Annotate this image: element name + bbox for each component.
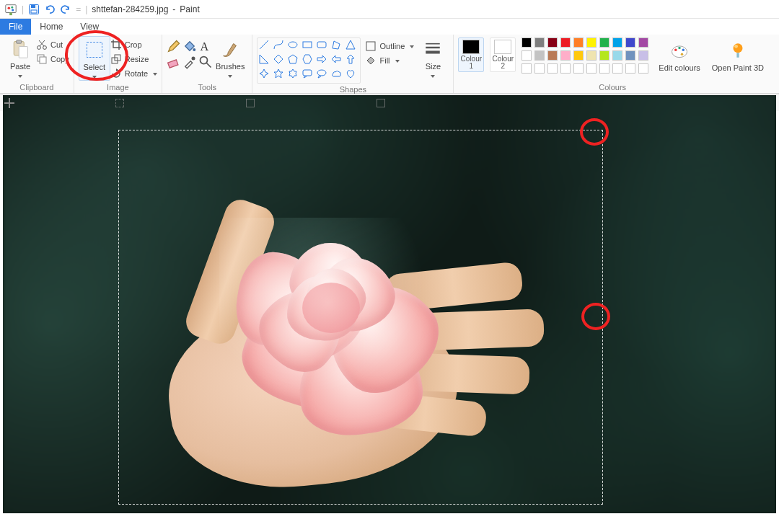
palette-swatch[interactable] bbox=[534, 37, 545, 48]
palette-swatch[interactable] bbox=[560, 63, 571, 74]
tool-bucket[interactable] bbox=[182, 39, 197, 53]
palette-swatch[interactable] bbox=[547, 50, 558, 61]
palette-swatch[interactable] bbox=[573, 50, 584, 61]
select-button[interactable]: Select bbox=[79, 36, 110, 81]
shape-callout-rrect[interactable] bbox=[302, 68, 312, 79]
brushes-button[interactable]: Brushes bbox=[213, 36, 247, 79]
shape-triangle[interactable] bbox=[346, 40, 356, 50]
tab-home[interactable]: Home bbox=[31, 19, 71, 35]
shape-star5[interactable] bbox=[273, 68, 283, 79]
palette-swatch[interactable] bbox=[586, 37, 597, 48]
selection-marquee[interactable] bbox=[118, 130, 603, 505]
palette-swatch[interactable] bbox=[534, 63, 545, 74]
shape-star6[interactable] bbox=[288, 68, 298, 79]
resize-button[interactable]: Resize bbox=[110, 52, 157, 66]
palette-swatch[interactable] bbox=[521, 63, 532, 74]
palette-swatch[interactable] bbox=[521, 37, 532, 48]
svg-rect-6 bbox=[31, 5, 35, 8]
palette-swatch[interactable] bbox=[638, 63, 648, 74]
shape-star4[interactable] bbox=[259, 68, 269, 79]
cut-button[interactable]: Cut bbox=[36, 37, 69, 52]
shape-roundrect[interactable] bbox=[317, 40, 327, 50]
palette-swatch[interactable] bbox=[638, 50, 648, 61]
shape-arrowl[interactable] bbox=[331, 54, 341, 64]
canvas[interactable] bbox=[3, 95, 776, 513]
palette-swatch[interactable] bbox=[612, 63, 622, 74]
copy-button[interactable]: Copy bbox=[36, 52, 69, 66]
palette-swatch[interactable] bbox=[560, 37, 571, 48]
svg-point-11 bbox=[38, 46, 41, 50]
brushes-icon bbox=[219, 37, 242, 61]
shape-rtriangle[interactable] bbox=[259, 54, 269, 64]
group-image: Select Crop Resize Rotate bbox=[74, 35, 162, 93]
shape-arrowu[interactable] bbox=[346, 54, 356, 64]
shape-fill-button[interactable]: Fill bbox=[365, 53, 414, 68]
shape-diamond[interactable] bbox=[273, 54, 283, 64]
redo-icon[interactable] bbox=[60, 4, 71, 15]
palette-swatch[interactable] bbox=[625, 50, 635, 61]
paint-window: | = | shttefan-284259.jpg - Paint File H… bbox=[0, 0, 779, 532]
svg-rect-14 bbox=[40, 57, 46, 63]
shape-oval[interactable] bbox=[288, 40, 298, 50]
paste-button[interactable]: Paste bbox=[4, 36, 36, 79]
group-colours: Colour 1 Colour 2 Edit colours Open Pain… bbox=[454, 35, 771, 93]
svg-point-21 bbox=[192, 57, 195, 61]
palette-swatch[interactable] bbox=[560, 50, 571, 61]
canvas-size-icon bbox=[246, 99, 255, 107]
colour-palette[interactable] bbox=[521, 37, 650, 75]
cut-icon bbox=[36, 39, 48, 50]
window-appname: Paint bbox=[180, 4, 199, 14]
palette-swatch[interactable] bbox=[547, 63, 558, 74]
palette-swatch[interactable] bbox=[599, 37, 609, 48]
shape-curve[interactable] bbox=[273, 40, 283, 50]
colour1-button[interactable]: Colour 1 bbox=[458, 37, 484, 72]
shape-rect[interactable] bbox=[302, 40, 312, 50]
shape-polygon[interactable] bbox=[331, 40, 341, 50]
rotate-button[interactable]: Rotate bbox=[110, 66, 157, 81]
workarea: 3501 × 2829px 6000 × 4000px Size: 4.9MB bbox=[0, 94, 779, 532]
titlebar: | = | shttefan-284259.jpg - Paint bbox=[0, 0, 779, 19]
palette-swatch[interactable] bbox=[599, 50, 609, 61]
palette-swatch[interactable] bbox=[534, 50, 545, 61]
shape-line[interactable] bbox=[259, 40, 269, 50]
menubar: File Home View bbox=[0, 19, 779, 35]
save-icon[interactable] bbox=[28, 4, 40, 15]
palette-swatch[interactable] bbox=[625, 37, 635, 48]
shape-callout-cloud[interactable] bbox=[331, 68, 341, 79]
colour2-button[interactable]: Colour 2 bbox=[490, 37, 516, 72]
palette-swatch[interactable] bbox=[586, 63, 597, 74]
tool-pencil[interactable] bbox=[167, 39, 181, 53]
shape-heart[interactable] bbox=[346, 68, 356, 79]
palette-swatch[interactable] bbox=[612, 37, 622, 48]
open-paint3d-button[interactable]: Open Paint 3D bbox=[709, 37, 767, 72]
edit-colours-button[interactable]: Edit colours bbox=[656, 37, 703, 72]
palette-swatch[interactable] bbox=[521, 50, 532, 61]
shape-outline-button[interactable]: Outline bbox=[365, 39, 414, 53]
shape-hexagon[interactable] bbox=[302, 54, 312, 64]
colour1-swatch bbox=[462, 40, 480, 54]
shape-callout-oval[interactable] bbox=[317, 68, 327, 79]
palette-swatch[interactable] bbox=[625, 63, 635, 74]
shape-pentagon[interactable] bbox=[288, 54, 298, 64]
palette-swatch[interactable] bbox=[599, 63, 609, 74]
shape-arrowr[interactable] bbox=[317, 54, 327, 64]
tool-picker[interactable] bbox=[182, 55, 197, 69]
tool-zoom[interactable] bbox=[198, 55, 213, 69]
svg-rect-29 bbox=[426, 43, 441, 45]
palette-swatch[interactable] bbox=[586, 50, 597, 61]
palette-swatch[interactable] bbox=[638, 37, 648, 48]
crop-button[interactable]: Crop bbox=[110, 37, 157, 52]
shapes-gallery[interactable] bbox=[258, 38, 360, 83]
svg-point-22 bbox=[201, 57, 208, 64]
palette-swatch[interactable] bbox=[573, 63, 584, 74]
palette-swatch[interactable] bbox=[612, 50, 622, 61]
tab-file[interactable]: File bbox=[0, 19, 31, 35]
tab-view[interactable]: View bbox=[71, 19, 107, 35]
palette-swatch[interactable] bbox=[547, 37, 558, 48]
tool-text[interactable]: A bbox=[198, 39, 213, 53]
undo-icon[interactable] bbox=[44, 4, 56, 15]
tool-eraser[interactable] bbox=[167, 55, 181, 69]
size-button[interactable]: Size bbox=[417, 36, 449, 79]
palette-swatch[interactable] bbox=[573, 37, 584, 48]
window-filename: shttefan-284259.jpg bbox=[92, 4, 168, 14]
